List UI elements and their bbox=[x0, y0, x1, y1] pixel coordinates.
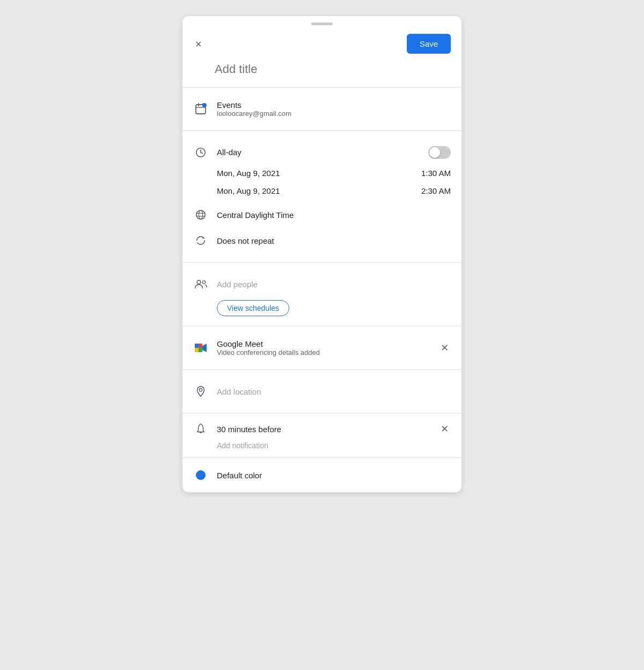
repeat-row[interactable]: Does not repeat bbox=[193, 229, 451, 252]
svg-rect-21 bbox=[195, 348, 199, 352]
add-location-label: Add location bbox=[217, 387, 261, 396]
allday-row: All-day bbox=[193, 141, 451, 164]
location-row[interactable]: Add location bbox=[193, 380, 451, 403]
start-time: 1:30 AM bbox=[421, 169, 451, 178]
location-section: Add location bbox=[182, 370, 462, 413]
time-section: All-day Mon, Aug 9, 2021 1:30 AM Mon, Au… bbox=[182, 131, 462, 262]
color-label: Default color bbox=[217, 471, 262, 480]
toggle-thumb bbox=[429, 147, 440, 158]
meet-info: Google Meet Video conferencing details a… bbox=[217, 339, 430, 356]
bell-icon bbox=[193, 421, 208, 436]
card-header: × Save bbox=[182, 27, 462, 62]
repeat-icon bbox=[193, 233, 208, 248]
notification-row: 30 minutes before ✕ bbox=[193, 421, 451, 437]
meet-row: Google Meet Video conferencing details a… bbox=[193, 336, 451, 360]
add-people-row[interactable]: Add people bbox=[193, 272, 451, 296]
people-section: Add people View schedules bbox=[182, 263, 462, 326]
svg-point-4 bbox=[202, 103, 207, 107]
end-date: Mon, Aug 9, 2021 bbox=[217, 186, 280, 195]
meet-subtitle: Video conferencing details added bbox=[217, 348, 430, 356]
view-schedules-button[interactable]: View schedules bbox=[217, 300, 289, 316]
drag-handle[interactable] bbox=[182, 16, 462, 27]
svg-rect-20 bbox=[199, 344, 202, 348]
calendar-section: Events looloocarey@gmail.com bbox=[182, 88, 462, 130]
calendar-info: Events looloocarey@gmail.com bbox=[217, 100, 451, 118]
color-dot bbox=[196, 470, 206, 480]
location-icon bbox=[193, 384, 208, 399]
meet-title: Google Meet bbox=[217, 339, 430, 348]
people-icon bbox=[193, 276, 208, 292]
svg-point-12 bbox=[197, 280, 201, 284]
close-button[interactable]: × bbox=[193, 37, 204, 52]
end-datetime-row[interactable]: Mon, Aug 9, 2021 2:30 AM bbox=[193, 182, 451, 200]
repeat-label: Does not repeat bbox=[217, 236, 274, 245]
allday-label: All-day bbox=[217, 148, 241, 157]
globe-icon bbox=[193, 207, 208, 222]
title-input[interactable] bbox=[182, 62, 462, 87]
allday-toggle[interactable] bbox=[428, 146, 451, 159]
svg-point-13 bbox=[202, 281, 205, 283]
color-icon bbox=[193, 468, 208, 483]
remove-meet-button[interactable]: ✕ bbox=[438, 340, 451, 356]
remove-notification-button[interactable]: ✕ bbox=[438, 421, 451, 437]
notification-value: 30 minutes before bbox=[217, 425, 281, 434]
clock-icon bbox=[193, 145, 208, 160]
end-time: 2:30 AM bbox=[421, 186, 451, 195]
timezone-label: Central Daylight Time bbox=[217, 210, 294, 220]
svg-rect-19 bbox=[195, 344, 199, 348]
meet-icon bbox=[193, 340, 208, 355]
svg-point-8 bbox=[196, 210, 206, 220]
timezone-row[interactable]: Central Daylight Time bbox=[193, 203, 451, 227]
svg-point-24 bbox=[199, 389, 202, 392]
save-button[interactable]: Save bbox=[407, 34, 451, 54]
start-date: Mon, Aug 9, 2021 bbox=[217, 169, 280, 178]
event-type-label: Events bbox=[217, 100, 451, 110]
calendar-row[interactable]: Events looloocarey@gmail.com bbox=[193, 97, 451, 121]
event-creation-card: × Save Events looloocarey@gmail.com bbox=[182, 16, 462, 492]
drag-handle-bar bbox=[311, 23, 333, 25]
svg-rect-22 bbox=[199, 348, 202, 352]
notification-section: 30 minutes before ✕ Add notification bbox=[182, 413, 462, 457]
start-datetime-row[interactable]: Mon, Aug 9, 2021 1:30 AM bbox=[193, 164, 451, 182]
meet-section: Google Meet Video conferencing details a… bbox=[182, 326, 462, 369]
color-section[interactable]: Default color bbox=[182, 458, 462, 492]
svg-point-9 bbox=[199, 210, 202, 220]
add-people-label: Add people bbox=[217, 280, 258, 289]
email-label: looloocarey@gmail.com bbox=[217, 110, 451, 118]
allday-label-wrap: All-day bbox=[217, 148, 420, 157]
calendar-icon bbox=[193, 101, 208, 116]
svg-line-7 bbox=[201, 152, 203, 154]
add-notification-label[interactable]: Add notification bbox=[193, 437, 451, 450]
